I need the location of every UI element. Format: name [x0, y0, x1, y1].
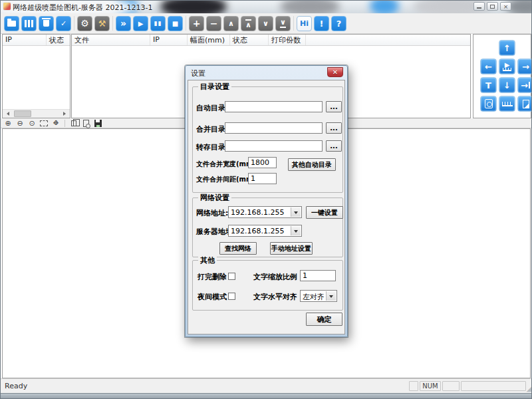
fast-forward-icon: »	[120, 18, 126, 29]
find-network-button[interactable]: 查找网络	[219, 242, 257, 255]
play-button[interactable]: ▶	[133, 16, 148, 31]
app-window: 网络超级喷墨绘图机-服务器 2021-1213-1 × ✓ ⚙ ⚒ » ▶ ▮▮…	[0, 0, 532, 399]
column-header-copies[interactable]: 打印份数	[269, 35, 306, 45]
column-header-filler	[306, 35, 470, 45]
ruler-icon	[502, 102, 513, 106]
status-cell	[442, 381, 460, 391]
zoom-reset-button[interactable]: ⊙	[27, 119, 37, 128]
trash-icon	[43, 20, 49, 27]
stop-button[interactable]: ■	[168, 16, 183, 31]
dropdown-arrow-icon[interactable]	[291, 226, 301, 235]
merge-gap-input[interactable]	[248, 173, 277, 184]
hi-button[interactable]: Hi	[297, 16, 312, 31]
remove-button[interactable]: −	[206, 16, 221, 31]
network-addr-combobox[interactable]: 192.168.1.255	[228, 206, 302, 218]
column-header-file[interactable]: 文件	[72, 35, 150, 45]
column-header-status[interactable]: 状态	[47, 35, 70, 45]
toolbar-separator	[112, 16, 113, 31]
scroll-right-button[interactable]	[61, 110, 70, 118]
control-pad-panel: ↑ ← ▶ → T ↓ →	[473, 34, 531, 118]
preview-button[interactable]	[81, 119, 90, 128]
column-header-status[interactable]: 状态	[230, 35, 269, 45]
save-icon	[94, 120, 102, 127]
copy-button[interactable]	[69, 119, 78, 128]
text-align-combobox[interactable]: 左对齐	[300, 290, 337, 302]
select-region-icon	[40, 120, 48, 126]
minimize-icon	[477, 7, 481, 9]
maximize-button[interactable]	[487, 2, 498, 11]
minimize-button[interactable]	[473, 2, 485, 11]
night-mode-checkbox[interactable]	[228, 293, 235, 300]
auto-dir-label: 自动目录	[196, 103, 225, 113]
open-folder-icon	[7, 21, 16, 27]
merge-width-label: 文件合并宽度(mm)	[196, 160, 256, 169]
settings-button[interactable]: ⚙	[77, 16, 92, 31]
fast-forward-button[interactable]: »	[116, 16, 131, 31]
pause-button[interactable]: ▮▮	[150, 16, 166, 31]
transfer-dir-browse-button[interactable]: ...	[326, 140, 342, 152]
column-header-width[interactable]: 幅面(mm)	[188, 35, 230, 45]
pad-text-button[interactable]: T	[480, 77, 497, 93]
zoom-out-button[interactable]: ⊖	[15, 119, 25, 128]
select-region-button[interactable]	[39, 119, 49, 128]
close-button[interactable]: ×	[500, 2, 511, 11]
merge-dir-input[interactable]	[225, 122, 323, 134]
tools-button[interactable]: ⚒	[94, 16, 110, 31]
pad-move-down-button[interactable]: ↓	[499, 77, 515, 93]
move-top-button[interactable]: ∧	[241, 16, 256, 31]
toolbar-separator	[293, 16, 294, 31]
delete-after-print-checkbox[interactable]	[228, 273, 235, 280]
save-button[interactable]	[93, 119, 102, 128]
chevron-up-icon: ∧	[245, 21, 251, 29]
glass-blob	[370, 1, 399, 13]
copy-icon	[71, 120, 76, 126]
move-bottom-button[interactable]: ∨	[275, 16, 291, 31]
resize-grip[interactable]: ◢	[527, 384, 532, 393]
one-key-setup-button[interactable]: 一键设置	[306, 206, 343, 219]
transfer-dir-input[interactable]	[225, 140, 323, 152]
close-icon: ×	[503, 3, 509, 10]
horizontal-scrollbar[interactable]	[3, 109, 70, 118]
alert-button[interactable]: !	[314, 16, 329, 31]
move-down-button[interactable]: ∨	[258, 16, 273, 31]
dialog-close-button[interactable]: ✕	[327, 67, 343, 77]
pad-ruler-button[interactable]	[499, 96, 515, 112]
add-button[interactable]: +	[189, 16, 204, 31]
auto-dir-browse-button[interactable]: ...	[326, 101, 342, 112]
manual-addr-button[interactable]: 手动地址设置	[270, 242, 313, 255]
auto-dir-input[interactable]	[225, 101, 323, 112]
column-header-ip[interactable]: IP	[3, 35, 47, 45]
open-file-button[interactable]	[4, 16, 19, 31]
merge-width-input[interactable]	[248, 157, 277, 168]
preview-icon	[83, 120, 89, 127]
dropdown-arrow-icon[interactable]	[326, 291, 336, 301]
glass-blob	[280, 1, 340, 13]
help-button[interactable]: ?	[331, 16, 346, 31]
move-up-button[interactable]: ∧	[223, 16, 239, 31]
view-columns-button[interactable]	[21, 16, 37, 31]
pad-skip-end-button[interactable]: →	[517, 77, 532, 93]
pan-button[interactable]: ↔↕	[51, 119, 61, 128]
pad-move-up-button[interactable]: ↑	[499, 40, 515, 56]
glass-blob	[160, 1, 227, 13]
other-auto-dir-button[interactable]: 其他自动目录	[288, 158, 336, 171]
server-addr-combobox[interactable]: 192.168.1.255	[228, 225, 302, 237]
pad-move-left-button[interactable]: ←	[480, 59, 497, 74]
pad-move-right-button[interactable]: →	[517, 59, 532, 74]
scroll-left-button[interactable]	[3, 110, 11, 118]
zoom-in-button[interactable]: ⊕	[3, 119, 13, 128]
scrollbar-thumb[interactable]	[14, 110, 31, 117]
column-header-ip[interactable]: IP	[150, 35, 188, 45]
pad-start-print-button[interactable]: ▶	[499, 59, 515, 74]
pad-device-button[interactable]	[480, 96, 497, 112]
group-title: 其他	[198, 255, 217, 265]
text-scale-input[interactable]	[300, 270, 336, 281]
ok-button[interactable]: 确定	[306, 313, 342, 326]
chevron-down-icon: ∨	[263, 19, 269, 28]
confirm-button[interactable]: ✓	[56, 16, 71, 31]
delete-button[interactable]	[39, 16, 54, 31]
exclamation-icon: !	[320, 19, 324, 29]
dropdown-arrow-icon[interactable]	[291, 207, 301, 217]
pad-document-button[interactable]	[517, 96, 532, 112]
merge-dir-browse-button[interactable]: ...	[326, 122, 342, 134]
